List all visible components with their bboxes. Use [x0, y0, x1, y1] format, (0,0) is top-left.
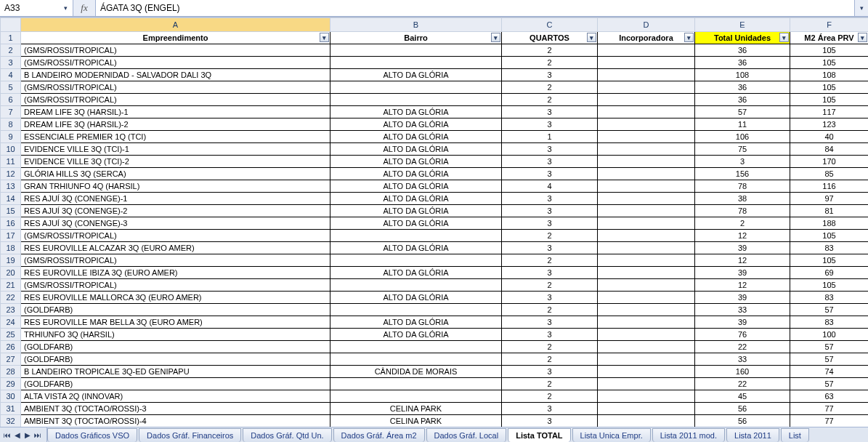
cell[interactable]: (GMS/ROSSI/TROPICAL) — [21, 279, 330, 292]
row-header[interactable]: 4 — [1, 69, 21, 81]
row-header[interactable]: 12 — [1, 168, 21, 180]
cell[interactable] — [598, 254, 695, 267]
cell[interactable] — [330, 341, 502, 353]
cell[interactable]: 106 — [695, 131, 790, 143]
cell[interactable]: 2 — [502, 230, 598, 242]
cell[interactable] — [598, 69, 695, 81]
cell[interactable]: 1 — [502, 131, 598, 143]
cell[interactable]: 57 — [695, 106, 790, 118]
cell[interactable]: DREAM LIFE 3Q (HARSIL)-1 — [21, 106, 330, 118]
cell[interactable]: ESSENCIALE PREMIER 1Q (TCI) — [21, 131, 330, 143]
cell[interactable]: 105 — [790, 254, 869, 267]
header-empreendimento[interactable]: Empreendimento — [21, 32, 330, 44]
cell[interactable] — [598, 193, 695, 205]
fx-button[interactable]: fx — [78, 1, 91, 15]
spreadsheet-grid[interactable]: A B C D E F 1 Empreendimento Bairro QUAR… — [0, 17, 868, 429]
cell[interactable] — [598, 403, 695, 415]
row-header[interactable]: 24 — [1, 316, 21, 329]
cell[interactable]: 57 — [790, 378, 869, 390]
cell[interactable]: 84 — [790, 143, 869, 156]
cell[interactable]: ALTO DA GLÓRIA — [330, 193, 502, 205]
cell[interactable]: CELINA PARK — [330, 415, 502, 427]
cell[interactable]: 12 — [695, 279, 790, 292]
cell[interactable]: 2 — [502, 81, 598, 94]
cell[interactable] — [330, 44, 502, 57]
cell[interactable]: 3 — [502, 403, 598, 415]
row-header[interactable]: 32 — [1, 415, 21, 427]
cell[interactable]: 69 — [790, 267, 869, 279]
cell[interactable]: ALTO DA GLÓRIA — [330, 143, 502, 156]
cell[interactable]: (GMS/ROSSI/TROPICAL) — [21, 254, 330, 267]
cell[interactable]: 2 — [502, 341, 598, 353]
row-header[interactable]: 23 — [1, 304, 21, 316]
row-header[interactable]: 3 — [1, 57, 21, 69]
column-header-C[interactable]: C — [502, 18, 598, 32]
filter-icon[interactable] — [587, 33, 596, 42]
column-header-B[interactable]: B — [330, 18, 502, 32]
cell[interactable]: (GMS/ROSSI/TROPICAL) — [21, 57, 330, 69]
row-header[interactable]: 9 — [1, 131, 21, 143]
row-header[interactable]: 19 — [1, 254, 21, 267]
cell[interactable]: 2 — [502, 353, 598, 366]
cell[interactable] — [598, 118, 695, 131]
cell[interactable] — [598, 390, 695, 403]
header-bairro[interactable]: Bairro — [330, 32, 502, 44]
cell[interactable]: 2 — [695, 217, 790, 230]
sheet-tab[interactable]: Lista TOTAL — [508, 428, 570, 442]
header-total-unidades[interactable]: Total Unidades — [695, 32, 790, 44]
cell[interactable]: ALTO DA GLÓRIA — [330, 180, 502, 193]
cell[interactable]: RES EUROVILLE ALCAZAR 3Q (EURO AMER) — [21, 242, 330, 254]
cell[interactable]: 38 — [695, 193, 790, 205]
cell[interactable]: 3 — [502, 242, 598, 254]
cell[interactable]: EVIDENCE VILLE 3Q (TCI)-1 — [21, 143, 330, 156]
cell[interactable]: 3 — [502, 366, 598, 378]
tab-nav-prev-icon[interactable]: ◀ — [13, 431, 22, 439]
cell[interactable]: 156 — [695, 168, 790, 180]
cell[interactable]: RES AJUÍ 3Q (CONENGE)-1 — [21, 193, 330, 205]
cell[interactable]: ALTO DA GLÓRIA — [330, 168, 502, 180]
row-header[interactable]: 20 — [1, 267, 21, 279]
cell[interactable]: ALTO DA GLÓRIA — [330, 316, 502, 329]
select-all-cell[interactable] — [1, 18, 21, 32]
row-header[interactable]: 30 — [1, 390, 21, 403]
cell[interactable]: 3 — [502, 205, 598, 217]
cell[interactable] — [598, 106, 695, 118]
cell[interactable]: TRHIUNFO 3Q (HARSIL) — [21, 329, 330, 341]
cell[interactable]: 2 — [502, 44, 598, 57]
row-header[interactable]: 28 — [1, 366, 21, 378]
cell[interactable]: 116 — [790, 180, 869, 193]
cell[interactable]: 39 — [695, 292, 790, 304]
cell[interactable]: 63 — [790, 390, 869, 403]
cell[interactable] — [598, 44, 695, 57]
cell[interactable]: 57 — [790, 353, 869, 366]
cell[interactable] — [598, 329, 695, 341]
cell[interactable]: 36 — [695, 44, 790, 57]
cell[interactable]: ALTO DA GLÓRIA — [330, 118, 502, 131]
cell[interactable] — [330, 390, 502, 403]
cell[interactable]: RES AJUÍ 3Q (CONENGE)-3 — [21, 217, 330, 230]
cell[interactable]: 100 — [790, 329, 869, 341]
cell[interactable] — [330, 304, 502, 316]
row-header[interactable]: 29 — [1, 378, 21, 390]
cell[interactable]: 78 — [695, 180, 790, 193]
cell[interactable]: 36 — [695, 81, 790, 94]
cell[interactable]: ALTO DA GLÓRIA — [330, 267, 502, 279]
cell[interactable]: (GMS/ROSSI/TROPICAL) — [21, 44, 330, 57]
cell[interactable]: 117 — [790, 106, 869, 118]
cell[interactable]: 2 — [502, 390, 598, 403]
cell[interactable] — [598, 217, 695, 230]
cell[interactable]: 3 — [502, 143, 598, 156]
row-header[interactable]: 5 — [1, 81, 21, 94]
cell[interactable]: ALTO DA GLÓRIA — [330, 329, 502, 341]
cell[interactable] — [598, 304, 695, 316]
cell[interactable]: ALTO DA GLÓRIA — [330, 106, 502, 118]
filter-icon[interactable] — [491, 33, 500, 42]
cell[interactable] — [598, 292, 695, 304]
cell[interactable] — [330, 254, 502, 267]
name-box[interactable]: A33 — [0, 0, 73, 16]
cell[interactable] — [598, 341, 695, 353]
cell[interactable]: 2 — [502, 304, 598, 316]
cell[interactable]: 39 — [695, 267, 790, 279]
sheet-tab[interactable]: Dados Gráficos VSO — [47, 428, 137, 442]
cell[interactable]: AMBIENT 3Q (TOCTAO/ROSSI)-4 — [21, 415, 330, 427]
